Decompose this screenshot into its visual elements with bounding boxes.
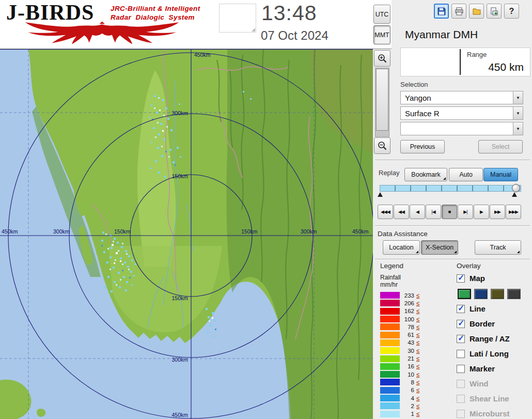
checkbox[interactable] [457,350,465,358]
printer-icon [455,7,464,16]
range-value: 450 km [488,61,524,73]
transport-button-6[interactable]: ▶ [474,205,489,219]
site-dropdown-value: Yangon [401,91,513,104]
legend-value: 206 [400,300,414,306]
legend-color-bar [380,332,400,338]
overlay-item-label: Lati / Long [470,349,509,358]
replay-label: Replay [379,169,399,177]
legend-value: 1 [400,411,414,417]
overlay-item-marker[interactable]: Marker [457,364,529,373]
map-style-swatch-1[interactable] [474,289,488,299]
transport-button-7[interactable]: ▶▶ [490,205,505,219]
less-equal-mark: ≤ [416,348,419,354]
legend-color-bar [380,411,400,417]
less-equal-mark: ≤ [416,316,419,322]
auto-button[interactable]: Auto [449,168,483,181]
legend-title: Legend [380,262,403,270]
slider-thumb[interactable] [512,184,520,192]
legend-row: 16≤ [380,363,419,370]
transport-button-3[interactable]: |◀ [426,205,441,219]
utc-toggle-button[interactable]: UTC [373,5,390,24]
blank-display-box [219,4,256,33]
option-dropdown[interactable]: ▼ [400,122,523,135]
location-button[interactable]: Location [383,240,420,255]
overlay-item-label: Border [470,319,495,328]
chevron-down-icon[interactable]: ▼ [513,107,523,119]
station-title: Myanmar DMH [405,28,478,41]
track-button[interactable]: Track [475,240,521,255]
overlay-item-range-az[interactable]: Range / AZ [457,334,529,343]
control-panel: ? Myanmar DMH Range 450 km Selection Yan… [373,0,532,419]
print-button[interactable] [451,4,466,19]
legend-value: 233 [400,292,414,299]
overlay-item-lati-long[interactable]: Lati / Long [457,349,529,358]
legend-value: 4 [400,395,414,401]
map-style-swatch-0[interactable] [458,289,471,299]
zoom-in-button[interactable] [374,50,390,67]
transport-button-5[interactable]: ▶| [458,205,473,219]
site-dropdown[interactable]: Yangon ▼ [400,91,523,104]
legend-value: 43 [400,339,414,346]
less-equal-mark: ≤ [416,324,419,330]
legend-row: 233≤ [380,291,419,299]
bookmark-button[interactable]: Bookmark [404,168,447,181]
eagle-logo-icon [3,21,204,45]
legend-row: 2≤ [380,402,419,410]
ring-label: 300km [171,356,188,363]
replay-timeline-slider[interactable] [380,185,521,192]
previous-button[interactable]: Previous [400,140,445,153]
stop-button[interactable]: ■ [442,205,457,219]
overlay-item-shear-line: Shear Line [457,394,529,403]
checkbox[interactable] [457,335,465,343]
jbirds-app: J-BIRDS JRC-Brilliant & Intelligent Rada… [0,0,532,419]
map-style-swatch-2[interactable] [491,289,504,299]
help-button[interactable]: ? [504,4,519,19]
save-button[interactable] [434,4,449,19]
legend-row: 162≤ [380,307,419,315]
export-button[interactable] [487,4,502,19]
legend-row: 61≤ [380,331,419,338]
selection-label: Selection [400,81,428,88]
zoom-scrollbar[interactable] [375,68,389,137]
legend-value: 78 [400,324,414,330]
overlay-item-map[interactable]: Map [457,274,529,283]
less-equal-mark: ≤ [416,332,419,338]
legend-color-bar [380,371,400,378]
transport-button-2[interactable]: ◀ [410,205,425,219]
ring-label: 300km [53,228,70,235]
radar-map[interactable]: 450km 300km 150km 150km 300km 450km 450k… [0,49,373,419]
checkbox[interactable] [457,365,465,373]
less-equal-mark: ≤ [416,292,419,299]
overlay-item-border[interactable]: Border [457,319,529,328]
chevron-down-icon[interactable]: ▼ [513,91,523,104]
select-button[interactable]: Select [478,140,523,153]
product-dropdown[interactable]: Surface R ▼ [400,106,523,120]
zoom-scrollbar-thumb[interactable] [376,69,388,131]
transport-button-1[interactable]: ◀◀ [394,205,409,219]
magnifier-plus-icon [377,53,387,64]
map-style-swatch-3[interactable] [507,289,521,299]
chevron-down-icon[interactable]: ▼ [513,122,523,135]
checkbox[interactable] [457,305,465,313]
open-file-button[interactable] [469,4,484,19]
mmt-toggle-button[interactable]: MMT [373,25,390,44]
transport-button-0[interactable]: ◀◀◀ [378,205,393,219]
checkbox[interactable] [457,320,465,328]
timeline-start-marker [378,192,383,197]
overlay-item-line[interactable]: Line [457,304,529,313]
ring-label: 150km [241,228,258,235]
legend-value: 16 [400,363,414,369]
overlay-item-wind: Wind [457,379,529,388]
manual-button[interactable]: Manual [483,168,518,181]
checkbox[interactable] [457,274,465,283]
legend-color-bar [380,379,400,385]
legend-value: 2 [400,403,414,409]
legend-color-bar [380,355,400,362]
x-section-button[interactable]: X-Section [421,240,458,255]
zoom-out-button[interactable] [374,137,390,154]
legend-color-bar [380,339,400,346]
transport-button-8[interactable]: ▶▶▶ [506,205,521,219]
legend-value: 61 [400,332,414,338]
ring-label: 450km [2,228,18,235]
range-label: Range [467,51,487,58]
